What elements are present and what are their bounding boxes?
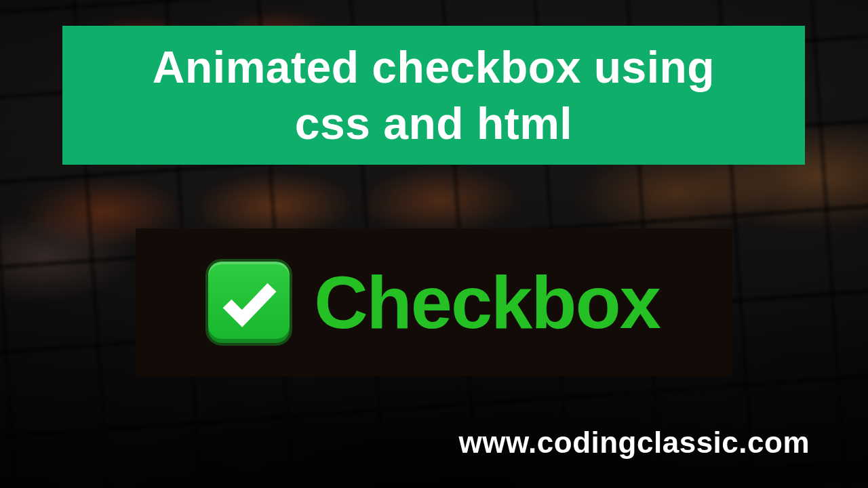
thumbnail-stage: Animated checkbox using css and html Che… <box>0 0 868 488</box>
checkbox-checked[interactable] <box>208 262 290 343</box>
title-line-1: Animated checkbox using <box>153 42 715 92</box>
title-text: Animated checkbox using css and html <box>153 39 715 151</box>
checkmark-icon <box>208 262 290 343</box>
checkbox-demo-panel: Checkbox <box>136 228 732 376</box>
title-banner: Animated checkbox using css and html <box>62 26 805 165</box>
title-line-2: css and html <box>295 98 572 148</box>
checkbox-label: Checkbox <box>314 265 660 340</box>
site-url: www.codingclassic.com <box>459 426 810 460</box>
